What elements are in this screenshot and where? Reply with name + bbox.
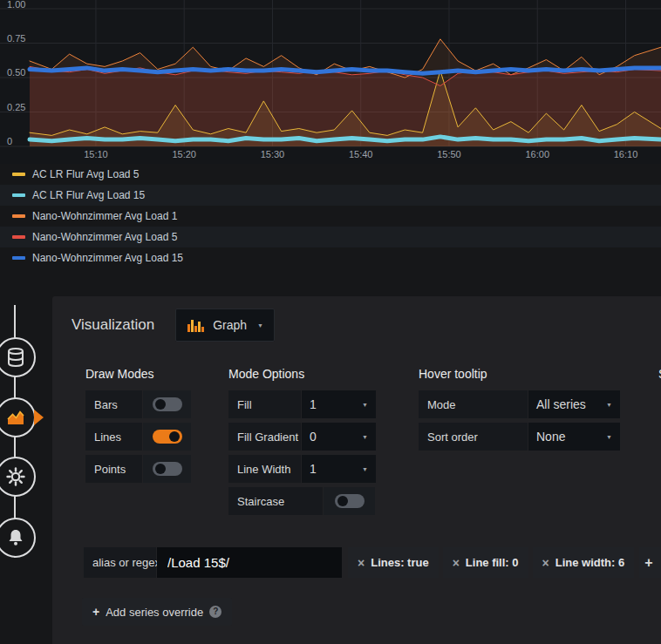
legend-item-nano-wohnzimmer-avg-load-1[interactable]: Nano-Wohnzimmer Avg Load 1 (0, 206, 661, 227)
chevron-down-icon: ▼ (362, 434, 368, 440)
option-label: Bars (85, 390, 142, 418)
mode-options-heading: Mode Options (228, 367, 376, 381)
series-label: AC LR Flur Avg Load 5 (32, 168, 140, 180)
database-icon (6, 347, 25, 368)
visualization-value: Graph (213, 318, 247, 332)
legend: AC LR Flur Avg Load 5AC LR Flur Avg Load… (0, 164, 661, 268)
close-icon: × (542, 556, 549, 570)
toggle-knob (169, 431, 180, 442)
series-label: Nano-Wohnzimmer Avg Load 5 (32, 231, 177, 243)
legend-item-ac-lr-flur-avg-load-15[interactable]: AC LR Flur Avg Load 15 (0, 185, 661, 206)
svg-text:16:00: 16:00 (525, 149, 549, 159)
option-row-lines: Lines (85, 423, 191, 451)
option-row-line-width: Line Width1▼ (228, 455, 376, 483)
visualization-title: Visualization (72, 316, 154, 334)
toggle-knob (155, 464, 166, 474)
select-current-value: 1 (310, 397, 317, 411)
add-series-override-button[interactable]: + Add series override ? (82, 598, 232, 626)
add-series-override-label: Add series override (106, 606, 203, 619)
option-label: Mode (419, 390, 528, 418)
plus-icon: + (92, 605, 99, 619)
svg-text:15:20: 15:20 (172, 149, 196, 159)
close-icon: × (453, 556, 460, 570)
section-hover-tooltip: Hover tooltip ModeAll series▼Sort orderN… (419, 367, 620, 455)
svg-text:15:10: 15:10 (84, 149, 108, 159)
section-draw-modes: Draw Modes BarsLinesPoints (85, 367, 191, 487)
tab-general[interactable] (0, 457, 36, 497)
alias-or-regex-label: alias or regex (84, 547, 156, 578)
legend-item-nano-wohnzimmer-avg-load-5[interactable]: Nano-Wohnzimmer Avg Load 5 (0, 227, 661, 247)
select-current-value: 0 (310, 430, 317, 444)
panel-editor: Visualization Graph ▼ Draw Modes BarsLin… (52, 296, 661, 644)
svg-text:0.75: 0.75 (7, 33, 25, 44)
chevron-down-icon: ▼ (362, 402, 368, 408)
toggle-cell (143, 423, 191, 451)
select-fill-gradient[interactable]: 0▼ (302, 423, 376, 451)
timeseries-chart[interactable]: 00.250.500.751.0015:1015:2015:3015:4015:… (0, 0, 661, 164)
select-current-value: 1 (310, 462, 317, 476)
toggle-switch[interactable] (335, 494, 365, 508)
toggle-switch[interactable] (153, 430, 182, 444)
option-label: Line Width (228, 455, 301, 483)
chevron-down-icon: ▼ (606, 402, 612, 408)
add-override-property-button[interactable]: + (639, 547, 658, 578)
chevron-down-icon: ▼ (362, 466, 368, 472)
graph-icon (5, 407, 26, 428)
section-mode-options: Mode Options Fill1▼Fill Gradient0▼Line W… (228, 367, 376, 519)
override-tag-label: Line width: 6 (555, 556, 624, 569)
select-mode[interactable]: All series▼ (528, 390, 620, 418)
series-color-dash (12, 235, 25, 239)
series-label: AC LR Flur Avg Load 15 (32, 189, 145, 201)
gear-icon (5, 466, 26, 487)
select-line-width[interactable]: 1▼ (302, 455, 376, 483)
override-tags: ×Lines: true×Line fill: 0×Line width: 6 (348, 547, 634, 578)
select-fill[interactable]: 1▼ (302, 390, 376, 418)
option-row-fill: Fill1▼ (228, 390, 376, 418)
series-override-row: alias or regex ×Lines: true×Line fill: 0… (84, 547, 661, 578)
svg-text:15:50: 15:50 (437, 149, 461, 159)
series-color-dash (12, 256, 25, 260)
alias-regex-input[interactable] (157, 547, 342, 578)
bar-chart-icon (187, 318, 205, 332)
option-label: Fill Gradient (228, 423, 301, 451)
toggle-knob (155, 399, 166, 410)
tab-alert[interactable] (0, 518, 36, 558)
chevron-down-icon: ▼ (257, 322, 263, 329)
svg-text:0: 0 (7, 136, 12, 146)
svg-text:15:40: 15:40 (349, 149, 373, 159)
override-tag-label: Line fill: 0 (466, 556, 519, 569)
svg-text:1.00: 1.00 (7, 0, 25, 10)
hover-tooltip-heading: Hover tooltip (419, 367, 620, 381)
tab-visualization[interactable] (0, 397, 36, 437)
visualization-select[interactable]: Graph ▼ (175, 308, 275, 342)
chevron-down-icon: ▼ (606, 434, 612, 440)
help-icon[interactable]: ? (209, 606, 221, 618)
select-sort-order[interactable]: None▼ (528, 423, 620, 451)
svg-text:0.25: 0.25 (7, 102, 25, 112)
select-current-value: All series (536, 397, 586, 411)
graph-panel: 00.250.500.751.0015:1015:2015:3015:4015:… (0, 0, 661, 164)
toggle-switch[interactable] (153, 397, 182, 411)
series-color-dash (12, 193, 25, 197)
override-tag-lines-true[interactable]: ×Lines: true (348, 547, 439, 578)
override-extra-button[interactable] (658, 547, 661, 578)
option-label: Fill (228, 390, 301, 418)
override-tag-line-width-6[interactable]: ×Line width: 6 (533, 547, 635, 578)
close-icon: × (358, 556, 365, 570)
override-tag-line-fill-0[interactable]: ×Line fill: 0 (443, 547, 528, 578)
option-row-staircase: Staircase (228, 487, 376, 515)
visualization-header: Visualization Graph ▼ (52, 296, 661, 342)
toggle-cell (143, 455, 191, 483)
series-color-dash (12, 173, 25, 176)
option-label: Staircase (228, 487, 323, 515)
series-color-dash (12, 214, 25, 218)
legend-item-ac-lr-flur-avg-load-5[interactable]: AC LR Flur Avg Load 5 (0, 164, 661, 185)
toggle-switch[interactable] (153, 462, 182, 476)
toggle-cell (324, 487, 375, 515)
legend-item-nano-wohnzimmer-avg-load-15[interactable]: Nano-Wohnzimmer Avg Load 15 (0, 247, 661, 268)
option-row-points: Points (85, 455, 191, 483)
tab-queries[interactable] (0, 337, 36, 377)
select-current-value: None (536, 430, 565, 444)
option-row-sort-order: Sort orderNone▼ (419, 423, 620, 451)
svg-text:0.50: 0.50 (7, 67, 25, 78)
